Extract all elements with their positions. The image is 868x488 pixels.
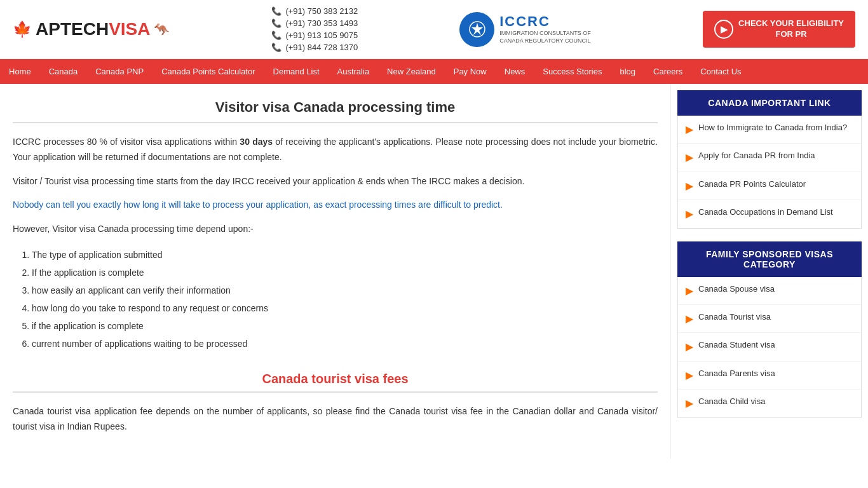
nav-new-zealand[interactable]: New Zealand [378, 59, 445, 84]
important-links-section: CANADA IMPORTANT LINK ▶ How to Immigrate… [677, 90, 862, 229]
phone-icon-1: 📞 [271, 6, 281, 16]
important-link-text-4: Canada Occupations in Demand List [698, 207, 833, 218]
sidebar: CANADA IMPORTANT LINK ▶ How to Immigrate… [671, 84, 868, 459]
article-para2: Visitor / Tourist visa processing time s… [13, 174, 658, 189]
phone-1: (+91) 750 383 2132 [285, 6, 358, 16]
arrow-icon-3: ▶ [686, 179, 693, 193]
nav-pay-now[interactable]: Pay Now [445, 59, 496, 84]
arrow-icon-f1: ▶ [686, 284, 693, 298]
family-link-text-5: Canada Child visa [698, 396, 766, 407]
family-link-item-4[interactable]: ▶ Canada Parents visa [678, 362, 861, 390]
article-para3: However, Visitor visa Canada processing … [13, 222, 658, 237]
arrow-icon-f4: ▶ [686, 369, 693, 383]
important-link-text-1: How to Immigrate to Canada from India? [698, 122, 847, 133]
article-para4: Canada tourist visa application fee depe… [13, 404, 658, 435]
family-link-item-5[interactable]: ▶ Canada Child visa [678, 390, 861, 417]
contact-phones: 📞 (+91) 750 383 2132 📞 (+91) 730 353 149… [271, 6, 358, 52]
arrow-icon-f5: ▶ [686, 396, 693, 410]
family-links-list: ▶ Canada Spouse visa ▶ Canada Tourist vi… [677, 277, 862, 418]
arrow-icon-1: ▶ [686, 123, 693, 137]
important-links-header: CANADA IMPORTANT LINK [677, 90, 862, 116]
nav-canada-points-calculator[interactable]: Canada Points Calculator [153, 59, 264, 84]
list-item: The type of application submitted [32, 246, 658, 264]
logo[interactable]: 🍁 APTECHVISA 🦘 [13, 19, 170, 39]
important-link-item-1[interactable]: ▶ How to Immigrate to Canada from India? [678, 116, 861, 144]
phone-icon-3: 📞 [271, 30, 281, 40]
nav-contact-us[interactable]: Contact Us [691, 59, 750, 84]
family-visas-header: FAMILY SPONSORED VISAS CATEGORY [677, 241, 862, 277]
processing-factors-list: The type of application submitted If the… [32, 246, 658, 353]
important-link-text-3: Canada PR Points Calculator [698, 179, 806, 190]
logo-aptech: APTECHVISA [36, 19, 150, 39]
family-link-text-2: Canada Tourist visa [698, 311, 771, 323]
iccrc-text: ICCRC IMMIGRATION CONSULTANTS OF CANADA … [499, 13, 601, 44]
list-item: how easily an applicant can verify their… [32, 281, 658, 299]
family-link-text-3: Canada Student visa [698, 339, 775, 351]
iccrc-logo: ICCRC IMMIGRATION CONSULTANTS OF CANADA … [459, 12, 601, 47]
check-eligibility-label: CHECK YOUR ELIGIBILITYFOR PR [738, 18, 844, 40]
iccrc-emblem [459, 12, 494, 47]
30-days-bold: 30 days [240, 137, 273, 147]
list-item: If the application is complete [32, 264, 658, 281]
arrow-icon-f2: ▶ [686, 312, 693, 326]
family-link-item-2[interactable]: ▶ Canada Tourist visa [678, 305, 861, 333]
family-link-text-1: Canada Spouse visa [698, 283, 775, 295]
phone-row-4: 📞 (+91) 844 728 1370 [271, 43, 358, 52]
list-item: current number of applications waiting t… [32, 335, 658, 353]
phone-icon-2: 📞 [271, 18, 281, 28]
phone-icon-4: 📞 [271, 43, 281, 52]
page-content: Visitor visa Canada processing time ICCR… [0, 84, 868, 459]
family-link-item-1[interactable]: ▶ Canada Spouse visa [678, 277, 861, 305]
list-item: how long do you take to respond to any r… [32, 299, 658, 317]
arrow-icon-f3: ▶ [686, 340, 693, 354]
arrow-icon-2: ▶ [686, 151, 693, 165]
play-icon: ▶ [714, 20, 733, 39]
important-link-item-3[interactable]: ▶ Canada PR Points Calculator [678, 172, 861, 200]
site-header: 🍁 APTECHVISA 🦘 📞 (+91) 750 383 2132 📞 (+… [0, 0, 868, 59]
nav-australia[interactable]: Australia [329, 59, 379, 84]
nav-blog[interactable]: blog [611, 59, 644, 84]
phone-4: (+91) 844 728 1370 [285, 43, 358, 52]
nav-home[interactable]: Home [0, 59, 40, 84]
blue-notice-text: Nobody can tell you exactly how long it … [13, 198, 658, 213]
important-link-item-4[interactable]: ▶ Canada Occupations in Demand List [678, 200, 861, 227]
important-links-list: ▶ How to Immigrate to Canada from India?… [677, 116, 862, 229]
phone-row-1: 📞 (+91) 750 383 2132 [271, 6, 358, 16]
nav-news[interactable]: News [496, 59, 534, 84]
important-link-text-2: Apply for Canada PR from India [698, 150, 815, 161]
maple-leaf-icon: 🍁 [13, 20, 32, 38]
check-eligibility-button[interactable]: ▶ CHECK YOUR ELIGIBILITYFOR PR [703, 11, 855, 48]
nav-canada[interactable]: Canada [40, 59, 87, 84]
nav-careers[interactable]: Careers [644, 59, 691, 84]
important-link-item-2[interactable]: ▶ Apply for Canada PR from India [678, 144, 861, 172]
family-link-item-3[interactable]: ▶ Canada Student visa [678, 333, 861, 361]
phone-row-2: 📞 (+91) 730 353 1493 [271, 18, 358, 28]
phone-3: (+91) 913 105 9075 [285, 30, 358, 40]
kangaroo-icon: 🦘 [154, 22, 170, 37]
family-link-text-4: Canada Parents visa [698, 368, 775, 379]
nav-demand-list[interactable]: Demand List [264, 59, 329, 84]
family-visas-section: FAMILY SPONSORED VISAS CATEGORY ▶ Canada… [677, 241, 862, 418]
article-subtitle: Canada tourist visa fees [13, 372, 658, 393]
article-main: Visitor visa Canada processing time ICCR… [0, 84, 671, 459]
article-para1: ICCRC processes 80 % of visitor visa app… [13, 135, 658, 165]
arrow-icon-4: ▶ [686, 207, 693, 221]
phone-2: (+91) 730 353 1493 [285, 18, 358, 28]
phone-row-3: 📞 (+91) 913 105 9075 [271, 30, 358, 40]
article-title: Visitor visa Canada processing time [13, 99, 658, 123]
iccrc-title: ICCRC [499, 13, 601, 30]
nav-canada-pnp[interactable]: Canada PNP [86, 59, 153, 84]
main-nav: Home Canada Canada PNP Canada Points Cal… [0, 59, 868, 84]
list-item: if the application is complete [32, 317, 658, 335]
nav-success-stories[interactable]: Success Stories [534, 59, 611, 84]
iccrc-subtitle: IMMIGRATION CONSULTANTS OF CANADA REGULA… [499, 30, 601, 44]
